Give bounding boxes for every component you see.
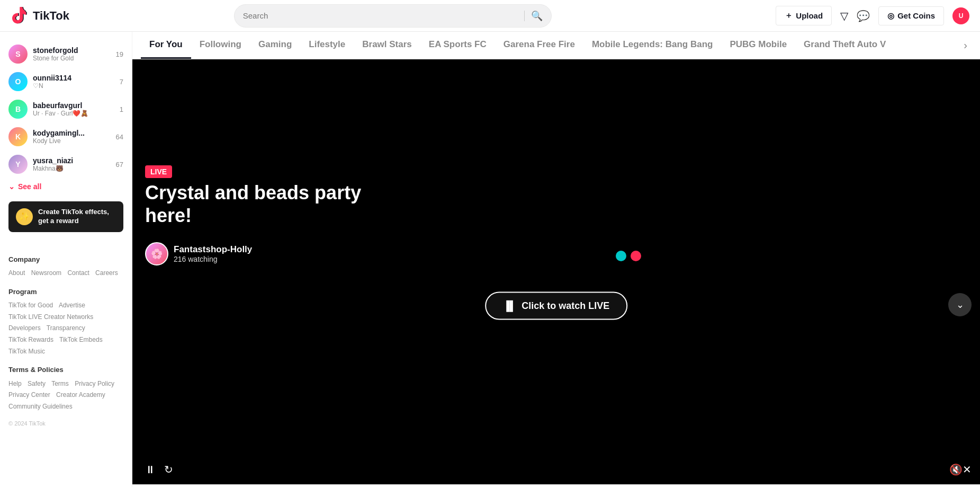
sidebar-item-kodygamingl[interactable]: K kodygamingl... Kody Live 64	[0, 123, 132, 150]
tab-brawl-stars[interactable]: Brawl Stars	[354, 32, 420, 59]
sidebar-item-babeurfavgurl[interactable]: B babeurfavgurl Ur · Fav · Gurl❤️🧸 1	[0, 95, 132, 123]
see-all-label: See all	[18, 182, 41, 191]
user-avatar[interactable]: U	[952, 7, 969, 24]
tab-pubg-mobile[interactable]: PUBG Mobile	[721, 32, 795, 59]
dots-area	[616, 251, 641, 261]
sidebar-item-stoneforgold[interactable]: S stoneforgold Stone for Gold 19	[0, 40, 132, 68]
sidebar: S stoneforgold Stone for Gold 19 O ounni…	[0, 32, 132, 487]
logo-area[interactable]: TikTok	[11, 6, 116, 25]
effects-text: Create TikTok effects, get a reward	[38, 208, 116, 226]
tiktok-for-good-link[interactable]: TikTok for Good	[8, 302, 53, 309]
tab-following[interactable]: Following	[191, 32, 250, 59]
pause-button[interactable]: ⏸	[145, 464, 156, 476]
tab-lifestyle[interactable]: Lifestyle	[300, 32, 354, 59]
message-button[interactable]: 💬	[857, 10, 870, 22]
tiktok-logo-icon	[11, 6, 30, 25]
video-controls: ⏸ ↻	[145, 463, 173, 476]
careers-link[interactable]: Careers	[95, 269, 118, 277]
upload-label: Upload	[796, 11, 823, 20]
avatar-ounnii3114: O	[8, 72, 28, 91]
tabs-next-arrow[interactable]: ›	[959, 35, 972, 56]
safety-link[interactable]: Safety	[28, 380, 46, 387]
handle-stoneforgold: Stone for Gold	[33, 55, 111, 62]
username-kodygamingl: kodygamingl...	[33, 129, 111, 137]
copyright-text: © 2024 TikTok	[8, 419, 123, 429]
avatar-yusra-niazi: Y	[8, 155, 28, 174]
search-divider	[524, 11, 525, 21]
mute-button[interactable]: 🔇✕	[949, 463, 972, 476]
streamer-name: Fantastshop-Holly	[174, 244, 252, 255]
username-babeurfavgurl: babeurfavgurl	[33, 101, 114, 110]
chevron-down-icon: ⌄	[8, 182, 15, 191]
watch-live-label: Click to watch LIVE	[522, 300, 609, 312]
main-layout: S stoneforgold Stone for Gold 19 O ounni…	[0, 32, 980, 487]
transparency-link[interactable]: Transparency	[47, 324, 85, 332]
tab-grand-theft-auto[interactable]: Grand Theft Auto V	[795, 32, 894, 59]
creator-academy-link[interactable]: Creator Academy	[56, 391, 105, 399]
company-links: About Newsroom Contact Careers	[8, 268, 123, 279]
inbox-button[interactable]: ▽	[840, 10, 848, 22]
header-right: ＋ Upload ▽ 💬 ◎ Get Coins U	[776, 6, 969, 25]
developers-link[interactable]: Developers	[8, 324, 41, 332]
chevron-down-button[interactable]: ⌄	[948, 293, 972, 316]
plus-icon: ＋	[785, 11, 793, 21]
handle-ounnii3114: ♡N	[33, 82, 114, 90]
search-button[interactable]: 🔍	[531, 10, 543, 22]
avatar-babeurfavgurl: B	[8, 100, 28, 119]
contact-link[interactable]: Contact	[67, 269, 89, 277]
bars-icon: ▐▌	[503, 300, 517, 312]
about-link[interactable]: About	[8, 269, 25, 277]
username-ounnii3114: ounnii3114	[33, 74, 114, 82]
help-link[interactable]: Help	[8, 380, 22, 387]
count-yusra-niazi: 67	[116, 161, 123, 169]
create-effects-banner[interactable]: ✨ Create TikTok effects, get a reward	[8, 201, 123, 232]
newsroom-link[interactable]: Newsroom	[31, 269, 61, 277]
tab-garena-free-fire[interactable]: Garena Free Fire	[495, 32, 583, 59]
handle-kodygamingl: Kody Live	[33, 137, 111, 145]
tiktok-embeds-link[interactable]: TikTok Embeds	[59, 336, 103, 343]
search-bar: 🔍	[234, 4, 552, 28]
video-title: Crystal and beads party here!	[145, 181, 410, 227]
coins-icon: ◎	[887, 11, 894, 21]
get-coins-label: Get Coins	[897, 11, 935, 20]
streamer-info: 🌸 Fantastshop-Holly 216 watching	[145, 242, 252, 265]
advertise-link[interactable]: Advertise	[59, 302, 85, 309]
tab-mobile-legends[interactable]: Mobile Legends: Bang Bang	[583, 32, 722, 59]
video-container: LIVE Crystal and beads party here! 🌸 Fan…	[132, 59, 980, 484]
handle-babeurfavgurl: Ur · Fav · Gurl❤️🧸	[33, 110, 114, 117]
terms-link[interactable]: Terms	[51, 380, 69, 387]
handle-yusra-niazi: Makhna🐻	[33, 165, 111, 172]
effects-icon: ✨	[16, 208, 33, 225]
tab-for-you[interactable]: For You	[141, 32, 191, 59]
privacy-center-link[interactable]: Privacy Center	[8, 391, 50, 399]
see-all-button[interactable]: ⌄ See all	[0, 178, 50, 195]
username-yusra-niazi: yusra_niazi	[33, 156, 111, 165]
avatar-stoneforgold: S	[8, 45, 28, 64]
sidebar-footer: Company About Newsroom Contact Careers P…	[0, 238, 132, 438]
logo-text: TikTok	[33, 9, 69, 23]
sidebar-item-ounnii3114[interactable]: O ounnii3114 ♡N 7	[0, 68, 132, 95]
live-creator-networks-link[interactable]: TikTok LIVE Creator Networks	[8, 313, 93, 321]
refresh-button[interactable]: ↻	[164, 463, 173, 476]
privacy-policy-link[interactable]: Privacy Policy	[75, 380, 114, 387]
tab-ea-sports-fc[interactable]: EA Sports FC	[420, 32, 495, 59]
sidebar-item-yusra-niazi[interactable]: Y yusra_niazi Makhna🐻 67	[0, 150, 132, 178]
community-guidelines-link[interactable]: Community Guidelines	[8, 403, 73, 410]
terms-links: Help Safety Terms Privacy Policy Privacy…	[8, 378, 123, 413]
search-input[interactable]	[243, 11, 518, 20]
program-links: TikTok for Good Advertise TikTok LIVE Cr…	[8, 300, 123, 357]
count-ounnii3114: 7	[120, 78, 123, 86]
dot-cyan	[616, 251, 626, 261]
count-babeurfavgurl: 1	[120, 105, 123, 113]
watch-live-button[interactable]: ▐▌ Click to watch LIVE	[485, 292, 628, 320]
upload-button[interactable]: ＋ Upload	[776, 6, 832, 25]
content-area: For You Following Gaming Lifestyle Brawl…	[132, 32, 980, 487]
username-stoneforgold: stoneforgold	[33, 46, 111, 55]
tiktok-rewards-link[interactable]: TikTok Rewards	[8, 336, 53, 343]
avatar-kodygamingl: K	[8, 127, 28, 146]
tiktok-music-link[interactable]: TikTok Music	[8, 348, 45, 355]
get-coins-button[interactable]: ◎ Get Coins	[878, 6, 944, 25]
dot-pink	[631, 251, 641, 261]
company-title: Company	[8, 253, 123, 265]
tab-gaming[interactable]: Gaming	[250, 32, 300, 59]
